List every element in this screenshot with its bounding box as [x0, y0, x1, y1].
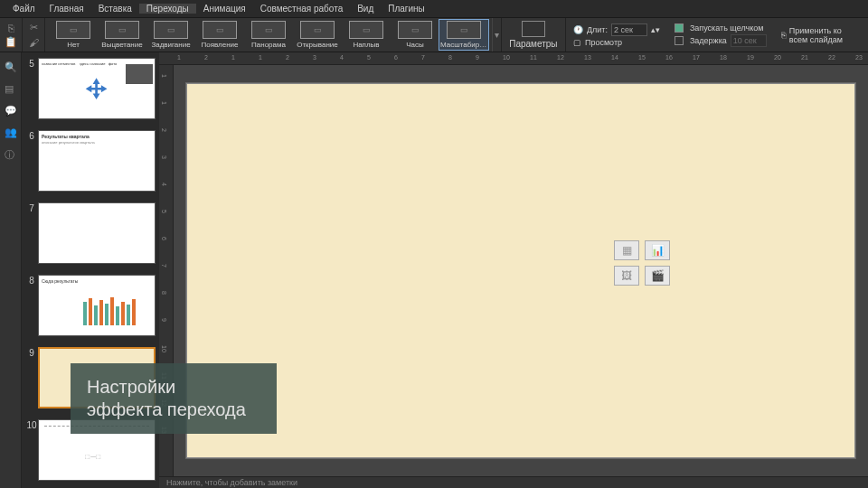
- transition-preview-icon: ▭: [56, 21, 90, 39]
- transition-1[interactable]: ▭Выцветание: [98, 20, 146, 50]
- left-rail: 🔍 ▤ 💬 👥 ⓘ: [0, 52, 22, 488]
- transition-0[interactable]: ▭Нет: [49, 20, 98, 50]
- slide-number: 7: [25, 202, 38, 264]
- transition-label: Масштабиров...: [440, 41, 487, 49]
- slide-number: 10: [25, 419, 38, 481]
- menu-item-3[interactable]: Переходы: [139, 4, 196, 14]
- notes-prompt[interactable]: Нажмите, чтобы добавить заметки: [159, 476, 868, 488]
- transition-preview-icon: ▭: [105, 21, 139, 39]
- slide-number: 8: [25, 275, 38, 336]
- canvas-wrap: ▦ 📊 🖼 🎬: [174, 65, 868, 476]
- transition-preview-icon: ▭: [251, 21, 286, 39]
- table-icon[interactable]: ▦: [614, 240, 639, 260]
- start-section: Запускать щелчком Задержка: [667, 18, 774, 52]
- format-painter-icon[interactable]: 🖌: [27, 36, 40, 49]
- transitions-gallery: ▭Нет▭Выцветание▭Задвигание▭Появление▭Пан…: [45, 18, 492, 52]
- transition-preview-icon: ▭: [300, 21, 335, 39]
- transition-label: Выцветание: [101, 41, 142, 49]
- ribbon-toolbar: ⎘ 📋 ✂ 🖌 ▭Нет▭Выцветание▭Задвигание▭Появл…: [0, 18, 868, 52]
- transition-preview-icon: ▭: [398, 21, 432, 39]
- content-placeholder-group: ▦ 📊 🖼 🎬: [614, 240, 670, 286]
- click-checkbox[interactable]: [675, 23, 684, 33]
- slide-thumb-wrap: 7: [22, 201, 159, 273]
- duration-label: Длит:: [587, 25, 608, 34]
- transition-label: Панорама: [251, 41, 286, 49]
- caption-overlay: Настройки эффекта перехода: [71, 363, 277, 434]
- apply-section: ⎘ Применить ко всем слайдам: [774, 18, 868, 52]
- preview-button[interactable]: Просмотр: [585, 38, 622, 47]
- timing-section: 🕐 Длит: ▴▾ ▢ Просмотр: [565, 18, 667, 52]
- clipboard-tools: ⎘ 📋: [0, 18, 23, 52]
- menu-item-2[interactable]: Вставка: [91, 4, 139, 14]
- chart-icon[interactable]: 📊: [645, 240, 670, 260]
- slide-number: 6: [25, 130, 38, 192]
- gallery-more-button[interactable]: ▾: [492, 18, 501, 52]
- transition-preview-icon: ▭: [203, 21, 237, 39]
- parameters-button[interactable]: Параметры: [507, 21, 560, 49]
- slide-thumb[interactable]: название сегментов здесь название фото: [38, 58, 156, 119]
- menubar: ФайлГлавнаяВставкаПереходыАнимацияСовмес…: [0, 0, 868, 18]
- transition-label: Наплыв: [353, 41, 379, 49]
- comments-icon[interactable]: 💬: [5, 105, 17, 117]
- slide-number: 5: [25, 58, 38, 119]
- menu-item-1[interactable]: Главная: [42, 4, 91, 14]
- duration-input[interactable]: [611, 23, 647, 36]
- transition-preview-icon: ▭: [154, 21, 188, 39]
- transition-5[interactable]: ▭Открывание: [293, 20, 342, 50]
- transition-8[interactable]: ▭Масштабиров...: [439, 20, 488, 50]
- stepper-icon[interactable]: ▴▾: [651, 25, 660, 34]
- parameters-section: Параметры: [501, 18, 565, 52]
- transition-label: Нет: [67, 41, 80, 49]
- transition-label: Задвигание: [151, 41, 190, 49]
- paste-icon[interactable]: 📋: [5, 36, 17, 49]
- apply-all-icon: ⎘: [781, 31, 786, 40]
- menu-item-7[interactable]: Плагины: [381, 4, 432, 14]
- chat-icon[interactable]: 👥: [5, 127, 17, 139]
- horizontal-ruler: 1211234567891011121314151617181920212223…: [159, 52, 868, 65]
- transition-label: Часы: [406, 41, 424, 49]
- slides-icon[interactable]: ▤: [5, 83, 17, 96]
- caption-line1: Настройки: [87, 376, 260, 399]
- slide-canvas[interactable]: ▦ 📊 🖼 🎬: [186, 83, 855, 458]
- slide-number: 9: [25, 347, 38, 408]
- search-icon[interactable]: 🔍: [5, 61, 17, 74]
- slide-thumb-wrap: 6Результаты кварталаописание результатов…: [22, 128, 159, 201]
- slide-thumb[interactable]: [38, 202, 156, 264]
- transition-preview-icon: ▭: [447, 21, 481, 39]
- caption-line2: эффекта перехода: [87, 399, 260, 421]
- transition-label: Открывание: [297, 41, 338, 49]
- delay-label: Задержка: [690, 36, 727, 45]
- cut-icon[interactable]: ✂: [27, 22, 40, 34]
- transition-3[interactable]: ▭Появление: [195, 20, 244, 50]
- parameters-icon: [522, 21, 545, 37]
- menu-item-5[interactable]: Совместная работа: [253, 4, 351, 14]
- preview-icon: ▢: [573, 38, 581, 47]
- menu-item-6[interactable]: Вид: [350, 4, 381, 14]
- clipboard-tools-2: ✂ 🖌: [23, 18, 45, 52]
- parameters-label: Параметры: [509, 39, 557, 49]
- transition-6[interactable]: ▭Наплыв: [342, 20, 391, 50]
- delay-input[interactable]: [731, 34, 767, 47]
- click-label: Запускать щелчком: [690, 23, 763, 33]
- media-icon[interactable]: 🎬: [645, 266, 670, 286]
- transition-2[interactable]: ▭Задвигание: [146, 20, 195, 50]
- transition-preview-icon: ▭: [349, 21, 383, 39]
- copy-icon[interactable]: ⎘: [5, 22, 17, 34]
- slide-thumb-wrap: 8Сюда результаты: [22, 273, 159, 345]
- image-icon[interactable]: 🖼: [614, 266, 639, 286]
- transition-7[interactable]: ▭Часы: [391, 20, 439, 50]
- delay-checkbox[interactable]: [675, 36, 684, 45]
- transition-label: Появление: [201, 41, 238, 49]
- slide-thumb-wrap: 5название сегментов здесь название фото: [22, 56, 159, 128]
- apply-all-button[interactable]: Применить ко всем слайдам: [789, 26, 861, 44]
- menu-item-0[interactable]: Файл: [5, 4, 42, 14]
- transition-4[interactable]: ▭Панорама: [244, 20, 293, 50]
- menu-item-4[interactable]: Анимация: [196, 4, 253, 14]
- clock-icon: 🕐: [573, 25, 583, 34]
- slide-thumb[interactable]: Результаты кварталаописание результатов …: [38, 130, 156, 192]
- slide-thumb[interactable]: Сюда результаты: [38, 275, 156, 336]
- info-icon[interactable]: ⓘ: [5, 148, 17, 161]
